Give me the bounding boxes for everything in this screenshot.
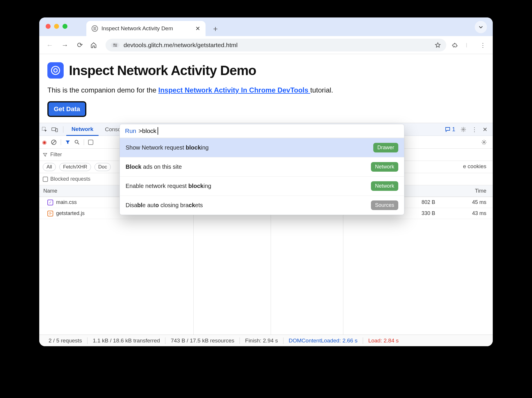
- device-toolbar-button[interactable]: [51, 127, 60, 132]
- command-item[interactable]: Show Network request blockingDrawer: [120, 138, 404, 157]
- file-time: 45 ms: [440, 199, 493, 205]
- blocked-requests-checkbox[interactable]: [43, 177, 48, 182]
- bookmark-button[interactable]: [435, 42, 441, 48]
- command-item[interactable]: Enable network request blockingNetwork: [120, 176, 404, 196]
- maximize-window-button[interactable]: [63, 24, 67, 29]
- minimize-window-button[interactable]: [54, 24, 59, 29]
- file-size: 802 B: [403, 199, 440, 205]
- svg-point-7: [463, 129, 464, 130]
- filter-input[interactable]: Filter: [50, 152, 62, 158]
- svg-point-3: [54, 69, 57, 72]
- divider: [61, 139, 61, 145]
- close-window-button[interactable]: [46, 24, 51, 29]
- command-item-badge: Network: [371, 162, 398, 172]
- divider: [63, 126, 63, 133]
- command-item[interactable]: Block ads on this siteNetwork: [120, 157, 404, 176]
- get-data-button[interactable]: Get Data: [47, 101, 86, 117]
- browser-tab[interactable]: Inspect Network Activity Dem ✕: [86, 21, 206, 36]
- new-tab-button[interactable]: ＋: [210, 23, 221, 34]
- command-item-label: Show Network request blocking: [126, 144, 209, 151]
- command-item-badge: Drawer: [373, 143, 398, 152]
- pill-doc[interactable]: Doc: [94, 163, 111, 171]
- devtools-settings-button[interactable]: [460, 127, 466, 132]
- record-button[interactable]: ◉: [42, 139, 47, 145]
- file-time: 43 ms: [440, 210, 493, 216]
- funnel-icon: [65, 140, 70, 145]
- command-item-badge: Network: [371, 181, 398, 191]
- status-load: Load: 2.84 s: [363, 337, 404, 344]
- divider: [84, 139, 84, 145]
- svg-rect-5: [52, 128, 56, 131]
- clear-button[interactable]: [51, 139, 57, 145]
- puzzle-icon: [452, 42, 458, 48]
- file-size: 330 B: [403, 210, 440, 216]
- status-requests: 2 / 5 requests: [43, 337, 88, 344]
- intro-text-after: tutorial.: [310, 86, 333, 94]
- file-js-icon: ⟳: [47, 211, 53, 216]
- command-input-row: Run >block: [120, 124, 404, 138]
- issues-count: 1: [452, 126, 455, 133]
- command-item[interactable]: Disable auto closing bracketsSources: [120, 196, 404, 215]
- address-bar[interactable]: devtools.glitch.me/network/getstarted.ht…: [106, 39, 446, 51]
- file-name: getstarted.js: [56, 210, 85, 216]
- status-resources: 743 B / 17.5 kB resources: [165, 337, 240, 344]
- preserve-log-checkbox[interactable]: [88, 140, 93, 145]
- page-intro: This is the companion demo for the Inspe…: [47, 86, 485, 94]
- browser-toolbar: ← → ⟳ devtools.glitch.me/network/getstar…: [39, 36, 493, 54]
- tab-network[interactable]: Network: [66, 123, 99, 136]
- devtools-panel: Network Console Elements Sources Perform…: [39, 123, 493, 335]
- command-input[interactable]: >block: [139, 127, 156, 134]
- tutorial-link[interactable]: Inspect Network Activity In Chrome DevTo…: [158, 86, 310, 94]
- toolbar-separator: |: [466, 42, 467, 48]
- status-finish: Finish: 2.94 s: [240, 337, 283, 344]
- blocked-requests-label: Blocked requests: [50, 176, 90, 182]
- col-time[interactable]: Time: [440, 185, 493, 197]
- pill-fetch-xhr[interactable]: Fetch/XHR: [59, 163, 91, 171]
- status-transferred: 1.1 kB / 18.6 kB transferred: [88, 337, 165, 344]
- search-button[interactable]: [74, 140, 80, 145]
- svg-line-11: [78, 143, 79, 144]
- svg-point-0: [114, 44, 115, 45]
- col-size[interactable]: [403, 185, 440, 197]
- home-button[interactable]: [90, 42, 100, 48]
- page-logo: [47, 62, 64, 79]
- url-text: devtools.glitch.me/network/getstarted.ht…: [124, 42, 238, 49]
- devtools-icon: [50, 65, 61, 76]
- cookies-text-fragment: e cookies: [463, 163, 486, 170]
- gear-icon: [481, 139, 487, 145]
- page-title: Inspect Network Activity Demo: [69, 63, 256, 78]
- issues-button[interactable]: 1: [445, 126, 455, 133]
- svg-point-2: [51, 66, 60, 74]
- text-caret: [158, 127, 158, 135]
- filter-toggle-button[interactable]: [65, 140, 70, 145]
- chevron-down-icon: [479, 25, 483, 29]
- chrome-menu-button[interactable]: ⋮: [479, 42, 487, 49]
- close-tab-button[interactable]: ✕: [195, 25, 200, 32]
- back-button[interactable]: ←: [45, 41, 54, 49]
- funnel-outline-icon: [43, 152, 47, 157]
- svg-line-9: [52, 141, 56, 144]
- tune-icon: [113, 43, 118, 47]
- globe-icon: [92, 25, 98, 32]
- devtools-close-button[interactable]: ✕: [483, 126, 488, 133]
- pill-all[interactable]: All: [43, 163, 56, 171]
- forward-button[interactable]: →: [60, 41, 69, 49]
- extensions-button[interactable]: [452, 42, 460, 48]
- svg-point-12: [483, 141, 485, 143]
- page-content: Inspect Network Activity Demo This is th…: [39, 54, 493, 123]
- clear-icon: [51, 139, 57, 145]
- intro-text-before: This is the companion demo for the: [47, 86, 158, 94]
- command-item-label: Disable auto closing brackets: [126, 202, 203, 209]
- site-info-button[interactable]: [111, 42, 119, 48]
- network-settings-button[interactable]: [481, 139, 490, 145]
- status-dcl: DOMContentLoaded: 2.66 s: [283, 337, 363, 344]
- command-item-label: Enable network request blocking: [126, 183, 211, 189]
- file-name: main.css: [56, 199, 77, 205]
- tabs-dropdown-button[interactable]: [475, 21, 487, 33]
- reload-button[interactable]: ⟳: [75, 41, 85, 49]
- devtools-status-bar: 2 / 5 requests 1.1 kB / 18.6 kB transfer…: [39, 335, 493, 346]
- inspect-element-button[interactable]: [42, 127, 50, 132]
- chrome-window: Inspect Network Activity Dem ✕ ＋ ← → ⟳ d…: [39, 17, 493, 346]
- devtools-menu-button[interactable]: ⋮: [472, 126, 477, 133]
- file-css-icon: ✓: [47, 200, 53, 205]
